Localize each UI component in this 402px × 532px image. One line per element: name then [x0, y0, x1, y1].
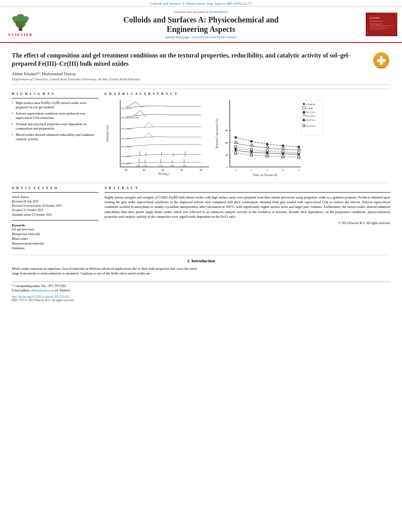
svg-point-96 — [234, 145, 237, 148]
homepage-link[interactable]: www.elsevier.com/locate/colsurfa — [191, 35, 236, 39]
top-bar: Colloids and Surfaces A: Physicochem. En… — [0, 0, 402, 7]
svg-rect-8 — [19, 27, 21, 29]
article-footer: * Corresponding author. Fax: +971 376712… — [12, 282, 390, 302]
graphical-abstract-content: Intensity (au) 2θ (deg.) 20 30 40 50 60 … — [104, 98, 390, 179]
svg-rect-14 — [370, 26, 393, 26]
svg-text:40: 40 — [225, 141, 228, 145]
article-info-section: Article history: Received 26 July 2015 R… — [12, 195, 99, 217]
keywords-list: Sol–gel processes Mesoporous materials M… — [12, 227, 99, 251]
revised-date: Received in revised form 10 October 2015 — [12, 204, 99, 208]
xrd-chart-container: Intensity (au) 2θ (deg.) 20 30 40 50 60 … — [104, 98, 211, 179]
svg-marker-94 — [281, 144, 285, 147]
highlight-item-1: High-surface-area Fe(III)–Cr(III) mixed … — [12, 101, 99, 109]
available-date: Available online 23 October 2015 — [12, 213, 99, 217]
journal-citation: Colloids and Surfaces A: Physicochem. En… — [150, 2, 252, 6]
svg-rect-17 — [370, 29, 383, 30]
email-line: E-mail address: abhask@uaeu.ac.ae (A. Kh… — [12, 289, 390, 293]
svg-marker-88 — [266, 146, 269, 148]
highlights-list: High-surface-area Fe(III)–Cr(III) mixed … — [12, 101, 99, 141]
highlights-section: H I G H L I G H T S High-surface-area Fe… — [12, 92, 99, 179]
journal-header: ELSEVIER Contents lists available at Sci… — [0, 7, 402, 43]
svg-text:014: 014 — [137, 165, 140, 167]
svg-marker-91 — [234, 136, 237, 139]
keyword-2: Mesoporous materials — [12, 232, 99, 237]
highlight-item-4: Mixed oxides showed enhanced reducibilit… — [12, 133, 99, 141]
svg-text:α-Cr₂O₃: α-Cr₂O₃ — [121, 155, 130, 158]
highlights-divider — [12, 98, 99, 98]
corresponding-note: * Corresponding author. Fax: +971 376712… — [12, 284, 390, 289]
svg-marker-95 — [297, 145, 300, 148]
authors: Abbas Khaleel*, Muhammad Nawaz — [12, 71, 367, 76]
article-dates: Article history: Received 26 July 2015 R… — [12, 195, 99, 217]
accepted-date: Accepted 12 October 2015 — [12, 208, 99, 212]
svg-text:FeCr70-a: FeCr70-a — [306, 119, 316, 121]
svg-point-100 — [298, 151, 300, 154]
article-info-col: A R T I C L E I N F O Article history: R… — [12, 186, 99, 251]
highlights-graphical-section: H I G H L I G H T S High-surface-area Fe… — [12, 89, 390, 179]
issn-line: 0927-7757/© 2015 Elsevier B.V. All right… — [12, 298, 390, 302]
highlight-item-3: Textural and structural properties were … — [12, 122, 99, 131]
journal-title: Colloids and Surfaces A: Physicochemical… — [40, 15, 362, 34]
svg-text:FeCr50-x: FeCr50-x — [121, 107, 132, 110]
svg-point-71 — [235, 149, 237, 151]
svg-text:Benzene Conversion (%): Benzene Conversion (%) — [215, 118, 219, 148]
svg-text:Time on Stream (h): Time on Stream (h) — [253, 173, 278, 177]
svg-text:1: 1 — [235, 169, 236, 172]
abstract-divider — [104, 192, 390, 193]
article-info-heading: A R T I C L E I N F O — [12, 186, 99, 190]
svg-text:α-Fe₂O₃: α-Fe₂O₃ — [306, 103, 315, 106]
homepage-line: journal homepage: www.elsevier.com/locat… — [40, 35, 362, 39]
svg-text:0: 0 — [227, 166, 228, 169]
highlights-heading: H I G H L I G H T S — [12, 92, 99, 96]
svg-marker-93 — [266, 143, 269, 146]
article-info-abstract-section: A R T I C L E I N F O Article history: R… — [12, 183, 390, 251]
svg-text:3: 3 — [266, 169, 268, 172]
svg-point-7 — [19, 25, 21, 27]
graphical-abstract-section: G R A P H I C A L A B S T R A C T Intens… — [104, 92, 390, 179]
svg-text:Cr₂O₃: Cr₂O₃ — [306, 107, 313, 109]
catalytic-chart-svg: Benzene Conversion (%) Time on Stream (h… — [214, 98, 324, 177]
svg-text:2θ (deg.): 2θ (deg.) — [158, 172, 169, 176]
svg-point-72 — [251, 151, 253, 153]
svg-text:FeCr50-a: FeCr50-a — [306, 115, 316, 117]
email-link[interactable]: abhask@uaeu.ac.ae — [31, 289, 54, 292]
contents-line: Contents lists available at ScienceDirec… — [40, 10, 362, 14]
svg-text:FeCr50-x: FeCr50-x — [306, 124, 316, 127]
svg-text:Intensity (au): Intensity (au) — [106, 125, 109, 142]
sciencedirect-link[interactable]: ScienceDirect — [209, 10, 228, 14]
keywords-section: Keywords: Sol–gel processes Mesoporous m… — [12, 224, 99, 251]
page: Colloids and Surfaces A: Physicochem. En… — [0, 0, 402, 532]
svg-text:2: 2 — [251, 169, 252, 172]
abstract-text: Highly porous aerogels and xerogels of C… — [104, 195, 390, 219]
svg-text:5: 5 — [298, 169, 300, 172]
svg-text:30: 30 — [143, 169, 146, 172]
catalytic-chart-container: Benzene Conversion (%) Time on Stream (h… — [214, 98, 324, 179]
doi-link[interactable]: http://dx.doi.org/10.1016/j.colsurfa.201… — [12, 295, 69, 298]
elsevier-logo: ELSEVIER — [5, 12, 36, 37]
journal-logo-inner: ELSEVIER Physicochemical and Engineering… — [367, 13, 396, 36]
svg-text:024: 024 — [171, 165, 174, 167]
svg-text:Physicochemical and: Physicochemical and — [370, 20, 383, 22]
journal-header-center: Contents lists available at ScienceDirec… — [36, 10, 366, 39]
svg-point-97 — [250, 148, 253, 150]
svg-marker-87 — [250, 144, 253, 146]
article-title-group: The effect of composition and gel treatm… — [12, 52, 372, 81]
main-content: The effect of composition and gel treatm… — [0, 43, 402, 306]
affiliation: Department of Chemistry, United Arab Emi… — [12, 77, 367, 81]
crossmark-logo[interactable]: CrossMark — [372, 52, 390, 69]
abstract-heading: A B S T R A C T — [104, 186, 390, 190]
intro-text: Metal oxides represent an important clas… — [12, 266, 390, 276]
svg-point-99 — [282, 150, 284, 153]
svg-text:Engineering Aspects: Engineering Aspects — [370, 23, 383, 25]
svg-rect-16 — [370, 28, 389, 28]
svg-rect-15 — [370, 27, 385, 27]
svg-point-98 — [266, 149, 268, 152]
keyword-1: Sol–gel processes — [12, 227, 99, 232]
svg-point-5 — [12, 16, 18, 21]
elsevier-label: ELSEVIER — [8, 33, 33, 37]
svg-point-6 — [23, 16, 29, 21]
svg-text:20: 20 — [225, 154, 228, 157]
svg-point-112 — [303, 124, 305, 127]
crossmark-svg: CrossMark — [372, 52, 390, 69]
svg-text:CrossMark: CrossMark — [377, 67, 386, 69]
